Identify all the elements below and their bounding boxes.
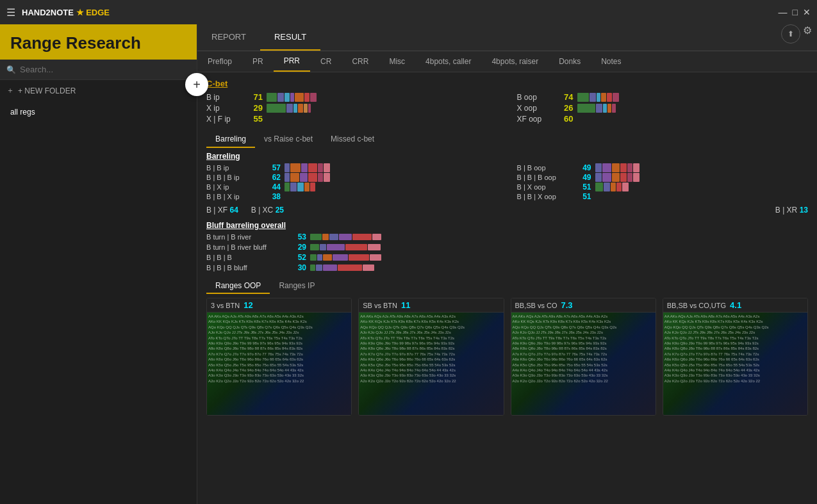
- tab-cr[interactable]: CR: [310, 52, 342, 71]
- tab-notes[interactable]: Notes: [591, 52, 631, 71]
- minimize-button[interactable]: —: [779, 7, 788, 17]
- barr-bx-oop: B | X oop 51: [517, 183, 809, 191]
- tab-report[interactable]: REPORT: [197, 24, 260, 51]
- range-matrix-0: /* matrix rendered below */ AA AKs AQs A…: [207, 313, 351, 415]
- top-tabs: REPORT RESULT ⬆ ⚙: [197, 24, 817, 51]
- tab-4bpots-raiser[interactable]: 4bpots, raiser: [481, 52, 549, 71]
- barr-bx-oop-bar: [595, 183, 629, 191]
- bluff-title: Bluff barreling overall: [206, 221, 808, 230]
- cbet-xf-oop-label: XF oop: [517, 115, 556, 124]
- extra-bxc-label: B | XC: [251, 206, 273, 215]
- extra-bxr-label: B | XR: [775, 206, 797, 215]
- cbet-b-oop-label: B oop: [517, 93, 556, 102]
- inner-tab-barreling[interactable]: Barreling: [206, 131, 255, 148]
- extra-bxr: B | XR 13: [775, 206, 808, 215]
- inner-tab-missed[interactable]: Missed c-bet: [322, 131, 383, 148]
- barr-bb-ip: B | B ip 57: [206, 163, 498, 172]
- range-grid: 3 vs BTN 12 /* matrix rendered below */ …: [206, 298, 808, 416]
- maximize-button[interactable]: □: [793, 7, 798, 17]
- cbet-x-ip-value: 29: [247, 103, 263, 113]
- titlebar: ☰ HAND2NOTE ★ EDGE — □ ✕: [0, 0, 817, 24]
- cbet-x-oop-value: 26: [558, 103, 574, 113]
- bluff-bar-2: [310, 254, 387, 261]
- barr-bbb-ip-label: B | B | B ip: [206, 174, 264, 181]
- cbet-xf-ip-label: X | F ip: [206, 115, 245, 124]
- barr-bx-ip-label: B | X ip: [206, 183, 264, 191]
- barr-bx-oop-value: 51: [577, 183, 591, 191]
- cbet-oop: B oop 74 X oop 26: [517, 92, 809, 125]
- ranges-tab-ip[interactable]: Ranges IP: [270, 279, 324, 294]
- star-icon: ★: [76, 8, 84, 17]
- cbet-b-ip-value: 71: [247, 92, 263, 102]
- inner-tabs: Barreling vs Raise c-bet Missed c-bet: [206, 131, 808, 148]
- extra-bxr-value: 13: [800, 206, 808, 215]
- barr-bbb-ip: B | B | B ip 62: [206, 173, 498, 182]
- inner-tab-vs-raise[interactable]: vs Raise c-bet: [255, 131, 322, 148]
- search-input[interactable]: [20, 65, 190, 74]
- barr-bx-oop-label: B | X oop: [517, 183, 575, 191]
- range-card-value-0: 12: [243, 300, 252, 310]
- barreling-grid: B | B ip 57 B | B | B ip 6: [206, 163, 808, 202]
- tab-misc[interactable]: Misc: [379, 52, 415, 71]
- cbet-b-ip-bar: [267, 93, 317, 102]
- cbet-xf-oop-value: 60: [558, 114, 574, 124]
- range-card-header-1: SB vs BTN 11: [359, 298, 503, 313]
- add-button[interactable]: +: [185, 73, 208, 96]
- bluff-bar-0: [310, 234, 387, 240]
- bluff-label-3: B | B | B bluff: [206, 264, 290, 272]
- cbet-b-ip-label: B ip: [206, 93, 245, 102]
- range-card-value-2: 7.3: [561, 300, 573, 310]
- extra-bxf: B | XF 64: [206, 206, 238, 215]
- cbet-xf-oop: XF oop 60: [517, 114, 809, 124]
- barr-bbb-oop-bar: [595, 173, 640, 182]
- barr-bb-oop-bar: [595, 163, 640, 172]
- barreling-ip: B | B ip 57 B | B | B ip 6: [206, 163, 498, 202]
- search-icon: 🔍: [6, 65, 16, 74]
- menu-icon[interactable]: ☰: [6, 6, 15, 19]
- range-text-0: AA AKs AQs AJs ATs A9s A8s A7s A6s A5s A…: [207, 313, 351, 415]
- barr-bb-oop-label: B | B oop: [517, 164, 575, 172]
- tab-4bpots-caller[interactable]: 4bpots, caller: [415, 52, 481, 71]
- ranges-tab-oop[interactable]: Ranges OOP: [206, 279, 270, 294]
- barr-bbx-ip: B | B | X ip 38: [206, 192, 498, 201]
- barr-bb-ip-value: 57: [267, 163, 281, 172]
- barr-bbb-ip-bar: [285, 173, 330, 182]
- edge-label: EDGE: [86, 8, 110, 17]
- range-card-3: BB,SB vs CO,UTG 4.1 AA AKs AQs AJs ATs A…: [663, 298, 808, 416]
- close-button[interactable]: ✕: [803, 7, 811, 17]
- range-card-1: SB vs BTN 11 AA AKs AQs AJs ATs A9s A8s …: [358, 298, 504, 416]
- tab-crr[interactable]: CRR: [342, 52, 379, 71]
- cbet-b-oop-value: 74: [558, 92, 574, 102]
- range-text-3: AA AKs AQs AJs ATs A9s A8s A7s A6s A5s A…: [663, 313, 807, 415]
- barr-bb-ip-bar: [285, 163, 330, 172]
- barr-bbx-oop: B | B | X oop 51: [517, 192, 809, 201]
- add-folder-button[interactable]: ＋ + NEW FOLDER: [0, 80, 197, 101]
- folder-list: all regs: [0, 101, 197, 123]
- range-card-header-0: 3 vs BTN 12: [207, 298, 351, 313]
- cbet-x-oop: X oop 26: [517, 103, 809, 113]
- cbet-xf-ip-value: 55: [247, 114, 263, 124]
- cbet-x-oop-bar: [577, 104, 616, 113]
- range-card-title-1: SB vs BTN: [363, 302, 397, 309]
- folder-item-all-regs[interactable]: all regs: [0, 104, 197, 120]
- bluff-value-1: 29: [292, 243, 306, 252]
- extra-bxf-value: 64: [229, 206, 238, 215]
- sidebar-header: Range Research: [0, 24, 197, 60]
- cbet-x-ip-bar: [267, 104, 311, 113]
- range-card-0: 3 vs BTN 12 /* matrix rendered below */ …: [206, 298, 352, 416]
- tab-pr[interactable]: PR: [242, 52, 274, 71]
- tab-prr[interactable]: PRR: [274, 51, 310, 72]
- tab-preflop[interactable]: Preflop: [197, 52, 242, 71]
- range-card-header-3: BB,SB vs CO,UTG 4.1: [663, 298, 807, 313]
- settings-icon[interactable]: ⚙: [803, 24, 812, 51]
- bluff-row-0: B turn | B river 53: [206, 232, 808, 241]
- bluff-bar-1: [310, 244, 387, 250]
- window-controls[interactable]: — □ ✕: [779, 7, 811, 17]
- cbet-section: C-bet B ip 71: [206, 79, 808, 125]
- tab-donks[interactable]: Donks: [549, 52, 591, 71]
- barr-bb-ip-label: B | B ip: [206, 164, 264, 172]
- tab-result[interactable]: RESULT: [260, 24, 320, 51]
- barr-bx-ip-bar: [285, 183, 315, 191]
- export-button[interactable]: ⬆: [781, 24, 800, 44]
- range-card-value-3: 4.1: [730, 300, 741, 310]
